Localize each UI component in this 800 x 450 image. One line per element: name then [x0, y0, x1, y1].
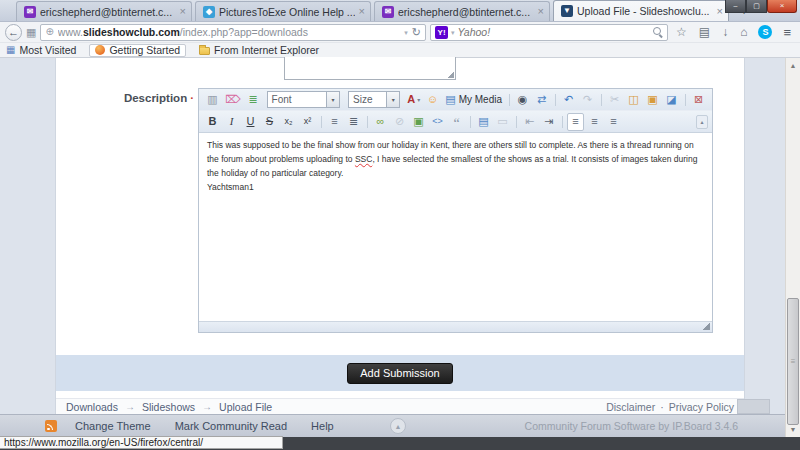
- quote-icon: “: [453, 121, 459, 127]
- bookmark-getting-started[interactable]: Getting Started: [89, 44, 186, 57]
- mark-community-read-link[interactable]: Mark Community Read: [175, 420, 287, 432]
- submit-band: Add Submission: [56, 355, 744, 391]
- bbcode-mode-icon[interactable]: ▥: [204, 91, 221, 109]
- find-icon[interactable]: ◉: [514, 91, 531, 109]
- skype-icon[interactable]: S: [758, 25, 772, 39]
- add-submission-button[interactable]: Add Submission: [347, 363, 453, 384]
- quote-icon[interactable]: “: [448, 113, 465, 131]
- breadcrumb-slideshows[interactable]: Slideshows: [142, 401, 195, 413]
- bullet-list-icon[interactable]: ≡: [326, 113, 343, 131]
- tab-groups-icon[interactable]: ▦: [26, 27, 36, 38]
- tab-close-icon[interactable]: ×: [717, 6, 723, 17]
- maximize-button[interactable]: ▢: [746, 0, 767, 13]
- hamburger-menu-icon[interactable]: ≡: [783, 26, 791, 39]
- window-controls: – ▢ ×: [725, 0, 797, 13]
- strikethrough-icon: S: [266, 116, 273, 127]
- breadcrumb-upload-file[interactable]: Upload File: [219, 401, 272, 413]
- search-engine-dropdown-icon[interactable]: ▾: [451, 29, 455, 36]
- link-icon[interactable]: ∞: [372, 113, 389, 131]
- url-dropdown-icon[interactable]: ▾: [404, 29, 408, 36]
- change-theme-link[interactable]: Change Theme: [75, 420, 151, 432]
- align-center-icon[interactable]: ≡: [586, 113, 603, 131]
- italic-icon: I: [230, 116, 234, 127]
- breadcrumb-downloads[interactable]: Downloads: [66, 401, 118, 413]
- align-left-icon[interactable]: ≡: [567, 113, 584, 131]
- undo-icon[interactable]: ↶: [560, 91, 577, 109]
- toolbar-collapse-icon[interactable]: ▴: [696, 115, 708, 129]
- misspelled-word: SSC: [355, 154, 372, 164]
- copy-icon[interactable]: ◫: [625, 91, 642, 109]
- bookmark-from-internet-explorer[interactable]: From Internet Explorer: [199, 44, 319, 57]
- outdent-icon[interactable]: ⇤: [521, 113, 538, 131]
- picturestoexe-icon: ◆: [203, 6, 215, 18]
- redo-icon[interactable]: ↷: [579, 91, 596, 109]
- my-media-icon-label: My Media: [459, 94, 502, 105]
- italic-icon[interactable]: I: [223, 113, 240, 131]
- search-bar[interactable]: Y! ▾: [430, 24, 668, 41]
- home-icon[interactable]: ⌂: [740, 26, 747, 38]
- media-icon[interactable]: ▤: [475, 113, 492, 131]
- bookmark-star-icon[interactable]: ☆: [676, 26, 687, 38]
- bold-icon[interactable]: B: [204, 113, 221, 131]
- footer-links-separator: ·: [660, 401, 664, 413]
- scroll-down-icon[interactable]: ▼: [786, 422, 800, 437]
- superscript-icon[interactable]: x²: [299, 113, 316, 131]
- rss-icon[interactable]: [45, 420, 57, 432]
- bullet-list-icon: ≡: [331, 116, 337, 127]
- chevron-down-icon: ▾: [417, 96, 420, 103]
- strikethrough-icon[interactable]: S: [261, 113, 278, 131]
- search-icon[interactable]: [653, 27, 663, 37]
- indent-icon[interactable]: ⇥: [540, 113, 557, 131]
- tab-upload-file-active[interactable]: ▼ Upload File - Slideshowclu... ×: [553, 0, 729, 21]
- subscript-icon[interactable]: x₂: [280, 113, 297, 131]
- tab-close-icon[interactable]: ×: [538, 6, 544, 17]
- description-editor-content[interactable]: This was supposed to be the final show f…: [199, 133, 712, 321]
- paste-icon[interactable]: ▣: [644, 91, 661, 109]
- back-button[interactable]: ←: [5, 24, 22, 41]
- minimize-button[interactable]: –: [725, 0, 746, 13]
- remove-format-icon[interactable]: ⌦: [223, 91, 243, 109]
- tab-close-icon[interactable]: ×: [180, 6, 186, 17]
- emoticons-icon[interactable]: ☺: [424, 91, 441, 109]
- replace-icon[interactable]: ⇄: [533, 91, 550, 109]
- description-label: Description·: [104, 92, 194, 104]
- scroll-up-icon[interactable]: ▲: [786, 58, 800, 73]
- scrollbar-thumb[interactable]: ≡: [787, 298, 799, 425]
- downloads-icon[interactable]: ↓: [722, 26, 728, 38]
- align-right-icon[interactable]: ≡: [605, 113, 622, 131]
- font-color-icon[interactable]: A▾: [405, 91, 422, 109]
- paste-word-icon[interactable]: ◪: [663, 91, 680, 109]
- bookmarks-panel-icon[interactable]: ▤: [699, 26, 710, 38]
- numbered-list-icon[interactable]: ≣: [345, 113, 362, 131]
- file-title-textarea[interactable]: [284, 57, 456, 80]
- underline-icon[interactable]: U: [242, 113, 259, 131]
- size-select[interactable]: Size ▾: [348, 91, 400, 108]
- help-link[interactable]: Help: [311, 420, 334, 432]
- disclaimer-link[interactable]: Disclaimer: [606, 401, 655, 413]
- toggle-mode-icon[interactable]: ≣: [245, 91, 262, 109]
- tab-picturestoexe-help[interactable]: ◆ PicturesToExe Online Help ... ×: [195, 1, 371, 21]
- slideshowclub-icon: ▼: [561, 5, 573, 17]
- spoiler-icon[interactable]: ▭: [494, 113, 511, 131]
- editor-resize-icon[interactable]: [702, 322, 710, 330]
- cut-icon[interactable]: ✂: [606, 91, 623, 109]
- tab-close-icon[interactable]: ×: [359, 6, 365, 17]
- url-bar[interactable]: ⊕ www.slideshowclub.com/index.php?app=do…: [40, 24, 426, 41]
- image-icon[interactable]: ▣: [410, 113, 427, 131]
- unlink-icon[interactable]: ⊘: [391, 113, 408, 131]
- spellcheck-icon[interactable]: ⊠: [690, 91, 707, 109]
- vertical-scrollbar[interactable]: ▲ ≡ ▼: [785, 58, 800, 437]
- close-button[interactable]: ×: [767, 0, 797, 13]
- tab-mail-1[interactable]: ✉ ericshepherd@btinternet.c... ×: [16, 1, 192, 21]
- tab-mail-2[interactable]: ✉ ericshepherd@btinternet.c... ×: [374, 1, 550, 21]
- font-select[interactable]: Font ▾: [267, 91, 340, 108]
- code-icon[interactable]: <>: [429, 113, 446, 131]
- my-media-icon[interactable]: ▤My Media: [443, 91, 504, 109]
- editor-toolbar-row1: ▥⌦≣ Font ▾ Size ▾ A▾☺▤My Media◉⇄↶↷✂◫▣◪⊠: [199, 89, 712, 111]
- bookmark-most-visited[interactable]: ▦ Most Visited: [6, 44, 76, 57]
- resize-grip-icon[interactable]: [447, 71, 454, 78]
- back-to-top-icon[interactable]: ▲: [390, 418, 406, 434]
- privacy-policy-link[interactable]: Privacy Policy: [669, 401, 734, 413]
- reload-icon[interactable]: ↻: [412, 27, 421, 38]
- search-input[interactable]: [458, 26, 650, 38]
